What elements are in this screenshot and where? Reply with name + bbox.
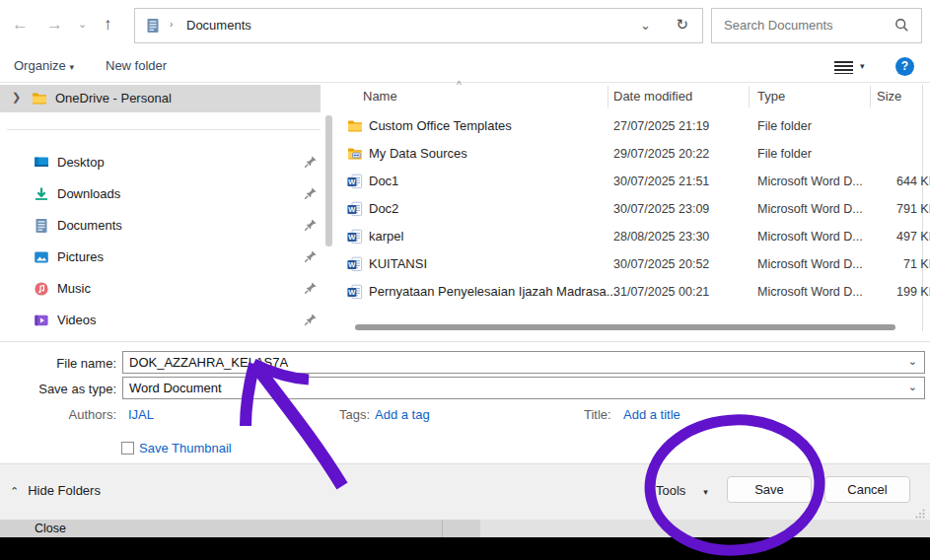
pin-icon [304, 249, 318, 263]
column-divider[interactable] [608, 86, 608, 107]
file-name-label: File name: [0, 356, 116, 371]
sidebar-item-label: Desktop [57, 155, 105, 170]
tools-button[interactable]: Tools▾ [656, 483, 708, 498]
sidebar-item-label: Videos [57, 313, 97, 327]
history-chevron-icon[interactable]: ⌄ [78, 18, 87, 31]
sidebar-divider [7, 129, 321, 130]
word-document-icon: W [347, 174, 363, 189]
file-name: Doc1 [369, 174, 606, 188]
sidebar-item-music[interactable]: Music [0, 276, 321, 302]
word-document-icon: W [347, 201, 363, 217]
background-window-segment [480, 520, 930, 537]
save-thumbnail-checkbox[interactable] [121, 442, 134, 455]
search-icon[interactable] [894, 18, 909, 36]
file-name-input[interactable]: DOK_AZZAHRA_KELAS7A ⌄ [122, 351, 925, 374]
save-as-type-select[interactable]: Word Document ⌄ [122, 377, 925, 399]
search-input[interactable]: Search Documents [711, 8, 922, 43]
help-icon[interactable]: ? [895, 57, 914, 76]
address-bar[interactable]: › Documents ⌄ ↻ [134, 8, 703, 43]
refresh-icon[interactable]: ↻ [676, 16, 688, 34]
data-sources-folder-icon [347, 146, 363, 162]
svg-text:W: W [348, 205, 356, 214]
up-icon[interactable]: ↑ [104, 13, 112, 36]
navigation-bar: ← → ⌄ ↑ › Documents ⌄ ↻ Search Documents [0, 0, 930, 51]
videos-icon [34, 313, 49, 328]
table-row[interactable]: W Doc2 30/07/2025 23:09 Microsoft Word D… [340, 195, 930, 223]
pin-icon [304, 218, 318, 232]
column-header-name[interactable]: Name [363, 89, 397, 104]
sidebar-item-onedrive[interactable]: ❯ OneDrive - Personal [0, 85, 321, 112]
resize-grip[interactable] [915, 505, 925, 515]
table-row[interactable]: W KUITANSI 30/07/2025 20:52 Microsoft Wo… [340, 250, 930, 278]
navigation-pane: ❯ OneDrive - Personal Desktop Downloads [0, 83, 339, 341]
breadcrumb[interactable]: Documents [186, 18, 251, 33]
column-divider[interactable] [870, 86, 871, 107]
chevron-down-icon[interactable]: ⌄ [908, 381, 917, 393]
sidebar-item-downloads[interactable]: Downloads [0, 181, 321, 207]
tools-label: Tools [656, 483, 685, 498]
documents-icon [34, 218, 49, 234]
column-header-size[interactable]: Size [877, 89, 901, 104]
background-window-strip: Close [0, 520, 930, 537]
downloads-icon [34, 186, 49, 202]
hide-folders-button[interactable]: ⌃Hide Folders [10, 483, 101, 498]
dialog-footer: ⌃Hide Folders Tools▾ Save Cancel [0, 463, 930, 520]
save-button[interactable]: Save [727, 476, 812, 503]
sidebar-item-desktop[interactable]: Desktop [0, 150, 321, 175]
add-tag-link[interactable]: Add a tag [375, 407, 430, 422]
address-dropdown-icon[interactable]: ⌄ [640, 18, 651, 33]
forward-icon[interactable]: → [46, 13, 63, 36]
column-header-date[interactable]: Date modified [613, 89, 692, 104]
word-document-icon: W [347, 229, 363, 245]
chevron-up-icon: ⌃ [10, 485, 19, 497]
file-size: 644 KB [848, 175, 930, 188]
hide-folders-label: Hide Folders [28, 483, 101, 498]
sidebar-item-videos[interactable]: Videos [0, 308, 321, 333]
save-as-dialog: ← → ⌄ ↑ › Documents ⌄ ↻ Search Documents [0, 0, 930, 560]
file-date: 29/07/2025 20:22 [613, 147, 709, 161]
table-row[interactable]: W Doc1 30/07/2025 21:51 Microsoft Word D… [340, 168, 930, 195]
word-document-icon: W [347, 284, 363, 300]
table-row[interactable]: Custom Office Templates 27/07/2025 21:19… [340, 112, 930, 140]
file-date: 27/07/2025 21:19 [613, 119, 709, 133]
table-row[interactable]: W Pernyataan Penyelesaian Ijazah Madrasa… [340, 278, 930, 306]
authors-label: Authors: [0, 407, 116, 422]
svg-text:W: W [348, 177, 356, 186]
sidebar-item-label: Music [57, 281, 91, 296]
save-thumbnail-label[interactable]: Save Thumbnail [139, 441, 232, 455]
title-label: Title: [584, 407, 611, 422]
file-type: File folder [757, 119, 868, 133]
view-options-caret-icon[interactable]: ▾ [860, 61, 865, 71]
file-date: 30/07/2025 21:51 [613, 175, 709, 188]
column-divider[interactable] [749, 86, 750, 107]
screen-bottom-bar [0, 537, 930, 560]
sidebar-item-label: Downloads [57, 186, 120, 201]
file-name: Pernyataan Penyelesaian Ijazah Madrasa..… [369, 284, 623, 299]
pin-icon [304, 186, 318, 200]
organize-button[interactable]: Organize ▾ [14, 58, 74, 73]
sidebar-scrollbar[interactable] [325, 115, 332, 246]
close-menu-item[interactable]: Close [35, 522, 66, 535]
pin-icon [304, 281, 318, 295]
expand-chevron-icon[interactable]: ❯ [12, 91, 21, 104]
svg-text:W: W [348, 288, 356, 297]
file-date: 30/07/2025 23:09 [613, 202, 709, 216]
column-header-type[interactable]: Type [757, 89, 785, 104]
sidebar-item-label: OneDrive - Personal [55, 91, 172, 105]
table-row[interactable]: My Data Sources 29/07/2025 20:22 File fo… [340, 140, 930, 168]
file-date: 28/08/2025 23:30 [613, 230, 709, 244]
pictures-icon [34, 249, 49, 265]
cancel-button[interactable]: Cancel [824, 476, 910, 503]
authors-value[interactable]: IJAL [128, 407, 154, 422]
view-details-icon[interactable] [834, 61, 853, 74]
horizontal-scrollbar[interactable] [355, 324, 895, 330]
background-window-divider [442, 520, 443, 537]
sidebar-item-documents[interactable]: Documents [0, 213, 321, 239]
add-title-link[interactable]: Add a title [623, 407, 680, 422]
chevron-down-icon[interactable]: ⌄ [908, 355, 917, 368]
table-row[interactable]: W karpel 28/08/2025 23:30 Microsoft Word… [340, 223, 930, 250]
sidebar-item-pictures[interactable]: Pictures [0, 245, 321, 270]
file-name: karpel [369, 229, 606, 244]
back-icon[interactable]: ← [12, 13, 29, 36]
new-folder-button[interactable]: New folder [106, 58, 167, 73]
